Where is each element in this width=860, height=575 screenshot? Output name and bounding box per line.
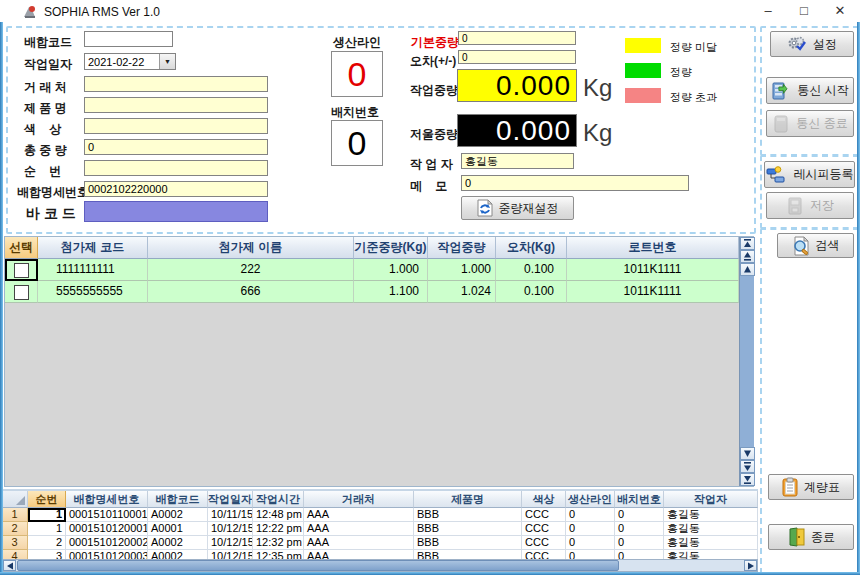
tolerance-input[interactable]: 0 (458, 50, 576, 64)
product-input[interactable] (84, 97, 268, 113)
scroll-down-button[interactable] (740, 447, 755, 460)
history-cell[interactable]: 0 (615, 550, 664, 559)
history-col-header[interactable]: 순번 (28, 491, 66, 508)
additive-col-header[interactable]: 오차(Kg) (496, 237, 567, 259)
history-cell[interactable]: BBB (414, 550, 522, 559)
additive-cell[interactable]: 0.100 (496, 281, 567, 303)
additive-cell[interactable]: 1011K1111 (567, 259, 739, 281)
scroll-to-bottom-button[interactable] (740, 473, 755, 486)
additive-cell[interactable]: 666 (148, 281, 354, 303)
history-cell[interactable]: 홍길동 (664, 536, 758, 550)
history-cell[interactable]: 3 (28, 550, 66, 559)
scroll-up-button[interactable] (740, 263, 755, 276)
history-cell[interactable]: A0002 (148, 508, 208, 522)
history-cell[interactable]: 0 (566, 550, 615, 559)
additive-cell[interactable]: 1.024 (428, 281, 496, 303)
history-cell[interactable]: 0 (566, 536, 615, 550)
mix-code-input[interactable] (84, 31, 173, 47)
color-input[interactable] (84, 118, 268, 134)
history-cell[interactable]: 2 (28, 536, 66, 550)
scroll-right-button[interactable] (744, 560, 757, 571)
history-cell[interactable]: 0 (566, 522, 615, 536)
row-number-cell[interactable]: 4 (2, 550, 28, 559)
history-col-header[interactable]: 색상 (522, 491, 566, 508)
history-col-header[interactable]: 생산라인 (566, 491, 615, 508)
history-cell[interactable]: CCC (522, 522, 566, 536)
history-cell[interactable]: AAA (304, 536, 414, 550)
history-cell[interactable]: A0002 (148, 536, 208, 550)
history-row[interactable]: 430001510120003A000210/12/1512:35 pmAAAB… (2, 550, 758, 559)
save-button[interactable]: 저장 (766, 192, 854, 219)
additive-col-header[interactable]: 기준중량(Kg) (354, 237, 428, 259)
additive-select-cell[interactable] (5, 281, 38, 303)
history-cell[interactable]: CCC (522, 550, 566, 559)
additive-col-header[interactable]: 작업중량(Kg) (428, 237, 496, 259)
scroll-to-top-button[interactable] (740, 237, 755, 250)
history-cell[interactable]: A0001 (148, 522, 208, 536)
base-weight-input[interactable]: 0 (458, 31, 576, 45)
history-cell[interactable]: 1 (28, 522, 66, 536)
seq-input[interactable] (84, 160, 268, 176)
history-cell[interactable]: A0002 (148, 550, 208, 559)
recipe-register-button[interactable]: 레시피등록 (764, 161, 855, 188)
history-col-header[interactable]: 제품명 (414, 491, 522, 508)
memo-input[interactable]: 0 (461, 175, 689, 191)
horizontal-scroll-thumb[interactable] (17, 560, 619, 571)
total-weight-input[interactable]: 0 (84, 139, 268, 155)
history-cell[interactable]: 0 (615, 508, 664, 522)
history-col-header[interactable]: 거래처 (304, 491, 414, 508)
maximize-button[interactable]: □ (786, 0, 822, 24)
history-cell[interactable]: CCC (522, 508, 566, 522)
exit-button[interactable]: 종료 (768, 524, 854, 550)
additive-cell[interactable]: 222 (148, 259, 354, 281)
history-col-header[interactable]: 배합코드 (148, 491, 208, 508)
row-select-checkbox[interactable] (14, 263, 29, 278)
history-cell[interactable]: 12:35 pm (253, 550, 304, 559)
grid-corner-cell[interactable] (2, 491, 28, 508)
customer-input[interactable] (84, 76, 268, 92)
search-button[interactable]: 검색 (777, 233, 854, 258)
row-number-cell[interactable]: 2 (2, 522, 28, 536)
comm-start-button[interactable]: 통신 시작 (766, 77, 854, 104)
history-cell[interactable]: 0001510120002 (66, 536, 148, 550)
additive-col-header[interactable]: 첨가제 코드 (38, 237, 148, 259)
row-number-cell[interactable]: 3 (2, 536, 28, 550)
history-cell[interactable]: BBB (414, 536, 522, 550)
history-cell[interactable]: 0001510110001 (66, 508, 148, 522)
history-cell[interactable]: 10/12/15 (208, 536, 253, 550)
additive-cell[interactable]: 1.000 (354, 259, 428, 281)
additive-col-header[interactable]: 로트번호 (567, 237, 739, 259)
history-cell[interactable]: AAA (304, 508, 414, 522)
history-cell[interactable]: 0 (566, 508, 615, 522)
work-date-combobox[interactable]: 2021-02-22 ▼ (84, 53, 176, 70)
history-cell[interactable]: 12:22 pm (253, 522, 304, 536)
worker-input[interactable]: 홍길동 (461, 153, 574, 169)
additive-col-header[interactable]: 선택 (5, 237, 38, 259)
additive-cell[interactable]: 1011K1111 (567, 281, 739, 303)
history-col-header[interactable]: 작업자 (664, 491, 758, 508)
history-cell[interactable]: 홍길동 (664, 522, 758, 536)
additive-cell[interactable]: 1111111111 (38, 259, 148, 281)
page-up-button[interactable] (740, 250, 755, 263)
scroll-left-button[interactable] (3, 560, 16, 571)
additive-cell[interactable]: 1.000 (428, 259, 496, 281)
history-cell[interactable]: 1 (28, 508, 66, 522)
history-cell[interactable]: CCC (522, 536, 566, 550)
history-cell[interactable]: 10/12/15 (208, 550, 253, 559)
history-col-header[interactable]: 작업시간 (253, 491, 304, 508)
history-row[interactable]: 210001510120001A000110/12/1512:22 pmAAAB… (2, 522, 758, 536)
additive-cell[interactable]: 0.100 (496, 259, 567, 281)
history-cell[interactable]: AAA (304, 522, 414, 536)
page-down-button[interactable] (740, 460, 755, 473)
comm-end-button[interactable]: 통신 종료 (766, 110, 854, 137)
barcode-input[interactable] (84, 201, 268, 222)
history-cell[interactable]: 0001510120001 (66, 522, 148, 536)
weight-reset-button[interactable]: 중량재설정 (461, 196, 574, 220)
additive-row[interactable]: 11111111112221.0001.0000.1001011K1111 (5, 259, 753, 281)
history-col-header[interactable]: 배치번호 (615, 491, 664, 508)
history-cell[interactable]: 홍길동 (664, 508, 758, 522)
row-select-checkbox[interactable] (14, 285, 29, 300)
additive-vertical-scrollbar[interactable] (739, 237, 754, 486)
additive-select-cell[interactable] (5, 259, 38, 281)
history-cell[interactable]: 10/11/15 (208, 508, 253, 522)
